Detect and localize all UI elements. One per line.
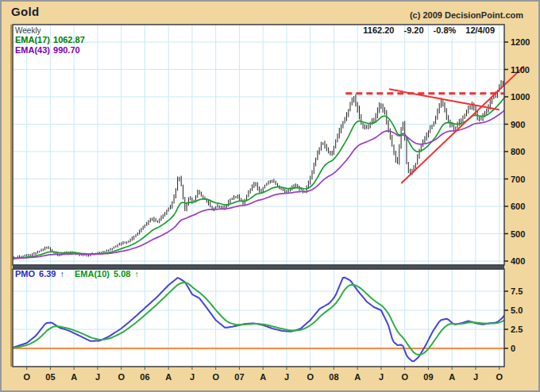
ema43-label: EMA(43)	[15, 45, 50, 55]
pmo-legend: PMO6.39↑EMA(10)5.08↑	[15, 269, 143, 279]
x-axis-label: 08	[329, 372, 338, 382]
chart-frame: 1200110010009008007006005004007.55.02.50…	[0, 0, 540, 392]
quote-date: 12/4/09	[465, 25, 495, 35]
pmo-panel	[13, 269, 504, 367]
ema43-legend: EMA(43)990.70	[15, 45, 83, 55]
chart-canvas: 1200110010009008007006005004007.55.02.50…	[2, 2, 540, 392]
quote-last: 1162.20	[363, 25, 394, 35]
timeframe-label: Weekly	[15, 26, 41, 35]
x-axis-label: J	[379, 372, 384, 382]
x-axis-label: A	[71, 372, 77, 382]
ema10-value: 5.08	[114, 269, 130, 279]
ema17-value: 1062.87	[53, 35, 85, 44]
pmo-up-arrow-icon: ↑	[60, 269, 64, 279]
price-axis-label: 1100	[511, 65, 530, 75]
pmo-axis-label: 7.5	[511, 286, 523, 296]
ema10-up-arrow-icon: ↑	[134, 269, 139, 279]
pmo-label: PMO	[15, 269, 35, 279]
x-axis-label: O	[212, 372, 219, 382]
x-axis-label: J	[284, 372, 289, 382]
x-axis-label: 07	[234, 372, 244, 382]
x-axis-label: O	[401, 372, 408, 382]
ema10-label: EMA(10)	[75, 269, 110, 279]
price-axis-label: 1000	[511, 92, 530, 102]
quote-change: -9.20	[403, 25, 423, 35]
pmo-axis-label: 5.0	[511, 306, 523, 315]
x-axis-label: O	[23, 372, 30, 382]
x-axis-label: 05	[45, 372, 55, 382]
pmo-axis-label: 2.5	[511, 325, 523, 334]
x-axis-label: A	[165, 372, 172, 382]
x-axis-label: 06	[140, 372, 149, 382]
pmo-axis-label: 0	[511, 344, 515, 353]
x-axis-label: A	[449, 372, 455, 382]
x-axis-label: J	[190, 372, 195, 382]
price-axis-label: 700	[511, 175, 525, 184]
chart-title: Gold	[11, 5, 39, 18]
price-axis-label: 500	[511, 229, 525, 239]
price-panel	[13, 25, 504, 265]
price-axis-label: 400	[511, 256, 525, 266]
x-axis-label: A	[260, 372, 266, 382]
x-axis-label: O	[307, 372, 314, 382]
ema17-label: EMA(17)	[15, 35, 50, 44]
pmo-value: 6.39	[39, 269, 56, 279]
x-axis-label: A	[354, 372, 361, 382]
ema43-value: 990.70	[53, 45, 80, 55]
ema17-legend: EMA(17)1062.87	[15, 35, 88, 44]
x-axis-label: J	[95, 372, 100, 382]
quote-percent: -0.8%	[434, 25, 457, 35]
quote-line: 1162.20-9.20-0.8%12/4/09	[353, 25, 495, 35]
x-axis-label: O	[496, 372, 503, 382]
copyright-label: (c) 2009 DecisionPoint.com	[410, 10, 523, 20]
x-axis-label: O	[118, 372, 125, 382]
x-axis-label: 09	[423, 372, 433, 382]
price-axis-label: 800	[511, 147, 525, 156]
price-axis-label: 600	[511, 202, 525, 211]
price-axis-label: 900	[511, 120, 525, 129]
price-axis-label: 1200	[511, 37, 530, 47]
x-axis-label: J	[473, 372, 478, 382]
